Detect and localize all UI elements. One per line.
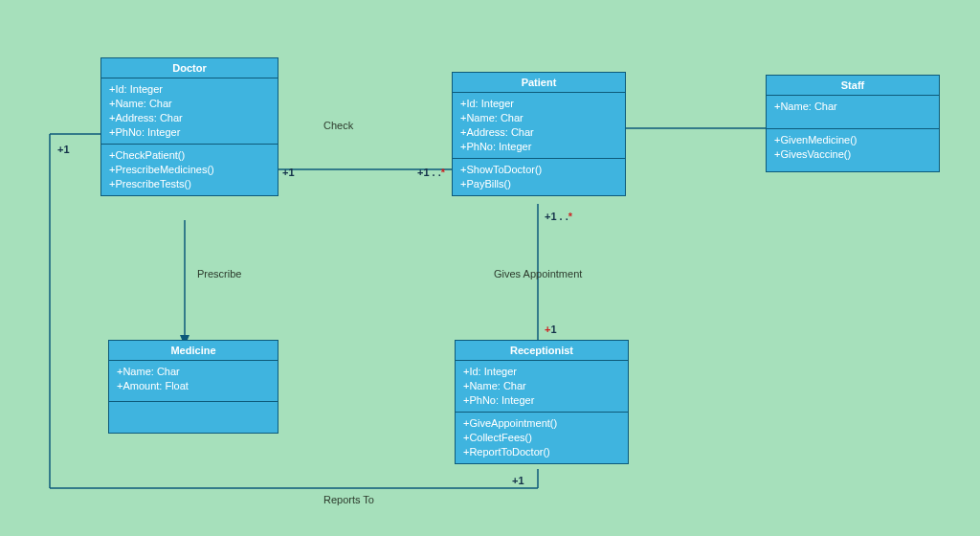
- ops-section: +ShowToDoctor() +PayBills(): [453, 159, 625, 195]
- attr: +Name: Char: [463, 379, 620, 393]
- ops-section: +CheckPatient() +PrescribeMedicines() +P…: [101, 145, 278, 195]
- op: +ShowToDoctor(): [460, 163, 617, 177]
- attr: +Name: Char: [460, 111, 617, 125]
- class-title: Receptionist: [456, 341, 628, 361]
- ops-section: +GivenMedicine() +GivesVaccine(): [767, 129, 939, 171]
- attrs-section: +Id: Integer +Name: Char +Address: Char …: [101, 78, 278, 145]
- op: +PrescribeMedicines(): [109, 163, 270, 177]
- mult-reports-left: +1: [57, 144, 70, 155]
- attr: +Name: Char: [109, 97, 270, 111]
- class-staff: Staff +Name: Char +GivenMedicine() +Give…: [766, 75, 940, 172]
- op: +PayBills(): [460, 177, 617, 191]
- attr: +Id: Integer: [460, 97, 617, 111]
- attr: +Address: Char: [109, 111, 270, 125]
- mult-check-left: +1: [282, 167, 295, 178]
- attr: +Id: Integer: [463, 365, 620, 379]
- attr: +Id: Integer: [109, 82, 270, 97]
- class-doctor: Doctor +Id: Integer +Name: Char +Address…: [100, 57, 278, 196]
- relation-label-reports-to: Reports To: [323, 494, 374, 505]
- attrs-section: +Name: Char +Amount: Float: [109, 361, 278, 402]
- class-title: Doctor: [101, 58, 278, 78]
- attrs-section: +Id: Integer +Name: Char +Address: Char …: [453, 93, 625, 159]
- attr: +Amount: Float: [117, 379, 270, 393]
- op: +GivenMedicine(): [774, 133, 931, 147]
- relation-label-gives-appointment: Gives Appointment: [494, 268, 582, 279]
- class-medicine: Medicine +Name: Char +Amount: Float: [108, 340, 278, 434]
- attr: +Name: Char: [774, 100, 931, 114]
- class-title: Staff: [767, 76, 939, 96]
- class-receptionist: Receptionist +Id: Integer +Name: Char +P…: [455, 340, 629, 464]
- attrs-section: +Id: Integer +Name: Char +PhNo: Integer: [456, 361, 628, 413]
- attr: +Address: Char: [460, 125, 617, 140]
- ops-section: [109, 402, 278, 433]
- attr: +PhNo: Integer: [460, 140, 617, 154]
- op: +ReportToDoctor(): [463, 445, 620, 459]
- class-patient: Patient +Id: Integer +Name: Char +Addres…: [452, 72, 626, 196]
- class-title: Patient: [453, 73, 625, 93]
- relation-label-prescribe: Prescribe: [197, 268, 241, 279]
- attr: +PhNo: Integer: [463, 393, 620, 408]
- class-title: Medicine: [109, 341, 278, 361]
- mult-reports-right: +1: [512, 475, 524, 486]
- op: +CollectFees(): [463, 431, 620, 445]
- relation-label-check: Check: [323, 120, 353, 131]
- mult-check-right: +1 . .*: [417, 167, 445, 178]
- mult-ga-top: +1 . .*: [545, 211, 572, 222]
- op: +GivesVaccine(): [774, 147, 931, 162]
- op: +GiveAppointment(): [463, 416, 620, 431]
- mult-ga-bottom: +1: [545, 324, 557, 335]
- ops-section: +GiveAppointment() +CollectFees() +Repor…: [456, 413, 628, 463]
- attr: +PhNo: Integer: [109, 125, 270, 140]
- op: +PrescribeTests(): [109, 177, 270, 191]
- attr: +Name: Char: [117, 365, 270, 379]
- op: +CheckPatient(): [109, 148, 270, 163]
- attrs-section: +Name: Char: [767, 96, 939, 129]
